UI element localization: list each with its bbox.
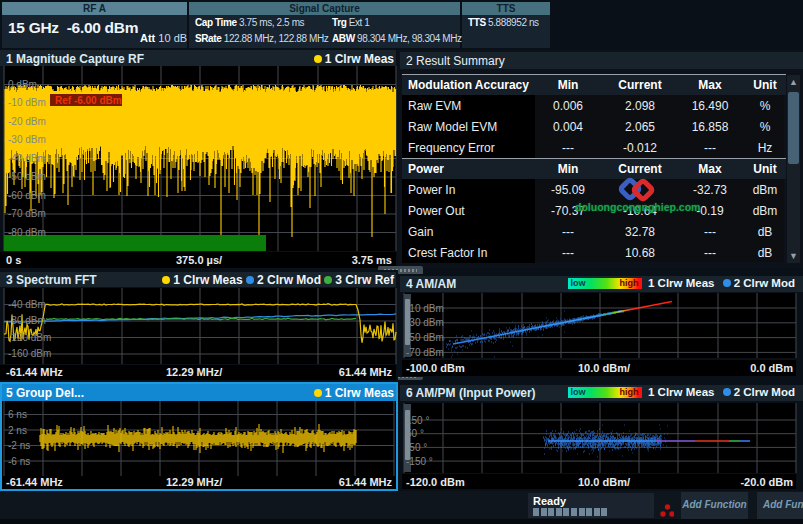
svg-text:-50 dBm: -50 dBm (8, 171, 46, 182)
svg-text:-120 dBm: -120 dBm (8, 332, 51, 343)
svg-text:-80 dBm: -80 dBm (8, 227, 46, 238)
svg-text:150 °: 150 ° (406, 415, 429, 426)
svg-text:-40 dBm: -40 dBm (8, 153, 46, 164)
svg-text:Ref -6.00 dBm: Ref -6.00 dBm (55, 95, 122, 106)
svg-text:-50 dBm: -50 dBm (406, 332, 444, 343)
svg-text:-10 dBm: -10 dBm (406, 303, 444, 314)
svg-text:-70 dBm: -70 dBm (406, 347, 444, 358)
svg-text:-6 ns: -6 ns (8, 456, 30, 467)
svg-text:-60 dBm: -60 dBm (8, 190, 46, 201)
svg-text:-2 ns: -2 ns (8, 440, 30, 451)
svg-text:-70 dBm: -70 dBm (8, 208, 46, 219)
svg-text:-10 dBm: -10 dBm (8, 97, 46, 108)
svg-text:-150 °: -150 ° (406, 456, 433, 467)
svg-text:2 ns: 2 ns (8, 425, 27, 436)
svg-text:0 dBm: 0 dBm (8, 79, 37, 90)
svg-text:-80 dBm: -80 dBm (8, 315, 46, 326)
svg-text:-160 dBm: -160 dBm (8, 348, 51, 359)
svg-text:6 ns: 6 ns (8, 409, 27, 420)
svg-text:-50 °: -50 ° (406, 442, 427, 453)
svg-text:50 °: 50 ° (406, 428, 424, 439)
svg-text:-20 dBm: -20 dBm (8, 116, 46, 127)
svg-text:-40 dBm: -40 dBm (8, 299, 46, 310)
svg-text:-30 dBm: -30 dBm (8, 134, 46, 145)
svg-text:-30 dBm: -30 dBm (406, 317, 444, 328)
